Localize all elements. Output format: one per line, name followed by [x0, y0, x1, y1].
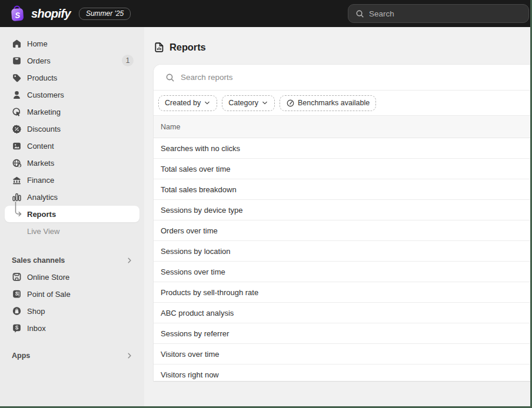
- customers-icon: [12, 90, 22, 100]
- chevron-right-icon: [125, 352, 134, 360]
- shopify-bag-icon: S: [9, 5, 25, 22]
- sidebar-item-label: Discounts: [27, 125, 61, 133]
- table-row[interactable]: Searches with no clicks: [154, 138, 532, 159]
- report-name: Orders over time: [161, 226, 218, 235]
- table-row[interactable]: Sessions by device type: [154, 200, 532, 220]
- orders-icon: [12, 56, 22, 66]
- point-of-sale-icon: [12, 289, 22, 299]
- sidebar-item-marketing[interactable]: Marketing: [5, 103, 139, 120]
- content-icon: [12, 141, 22, 151]
- chevron-down-icon: [204, 99, 211, 106]
- table-row[interactable]: Sessions over time: [154, 262, 532, 282]
- shopify-wordmark: shopify: [31, 7, 71, 21]
- filter-bar: Created byCategoryBenchmarks available: [154, 91, 532, 116]
- marketing-icon: [12, 107, 22, 117]
- global-search-placeholder: Search: [369, 9, 394, 18]
- sidebar-item-point-of-sale[interactable]: Point of Sale: [5, 286, 139, 302]
- section-header-apps[interactable]: Apps: [5, 347, 139, 364]
- table-row[interactable]: Sessions by location: [154, 241, 532, 262]
- table-row[interactable]: Products by sell-through rate: [154, 282, 532, 303]
- sidebar-item-label: Customers: [27, 91, 64, 99]
- sidebar-item-label: Home: [27, 39, 48, 48]
- sidebar-item-analytics[interactable]: Analytics: [5, 189, 139, 205]
- table-row[interactable]: ABC product analysis: [154, 303, 532, 323]
- shopify-logo[interactable]: S shopify: [9, 5, 71, 22]
- report-name: Total sales breakdown: [161, 185, 237, 194]
- chevron-down-icon: [261, 99, 268, 106]
- sidebar-item-label: Finance: [27, 176, 54, 185]
- search-icon: [165, 73, 175, 82]
- analytics-icon: [12, 192, 22, 202]
- sidebar-item-customers[interactable]: Customers: [5, 86, 139, 103]
- sidebar-item-discounts[interactable]: Discounts: [5, 121, 139, 137]
- table-row[interactable]: Total sales breakdown: [154, 179, 532, 200]
- sidebar-item-finance[interactable]: Finance: [5, 172, 139, 188]
- global-search-input[interactable]: Search: [348, 4, 529, 23]
- sidebar-item-online-store[interactable]: Online Store: [5, 269, 139, 285]
- sidebar-item-orders[interactable]: Orders1: [5, 52, 139, 69]
- products-icon: [12, 73, 22, 83]
- chevron-right-icon: [125, 256, 134, 265]
- sidebar-item-home[interactable]: Home: [5, 35, 139, 52]
- report-name: Products by sell-through rate: [161, 288, 258, 297]
- sidebar-item-inbox[interactable]: Inbox: [5, 320, 139, 336]
- sidebar-item-shop[interactable]: Shop: [5, 303, 139, 319]
- search-icon: [355, 9, 364, 18]
- filter-benchmarks-available[interactable]: Benchmarks available: [280, 95, 376, 111]
- report-name: Sessions by device type: [161, 206, 242, 215]
- reports-card: Search reports Created byCategoryBenchma…: [154, 65, 532, 381]
- report-name: ABC product analysis: [161, 309, 234, 317]
- markets-icon: [12, 158, 22, 168]
- sidebar-item-label: Point of Sale: [27, 290, 71, 299]
- sidebar: HomeOrders1ProductsCustomersMarketingDis…: [0, 27, 144, 408]
- sidebar-item-label: Inbox: [27, 324, 46, 333]
- table-row[interactable]: Orders over time: [154, 220, 532, 241]
- sidebar-item-reports[interactable]: Reports: [5, 206, 139, 222]
- sidebar-item-label: Online Store: [27, 273, 69, 282]
- table-header: Name: [154, 116, 532, 138]
- page-title: Reports: [169, 42, 206, 53]
- top-bar: S shopify Summer '25 Search: [0, 0, 532, 27]
- shop-icon: [12, 306, 22, 316]
- report-name: Sessions by referrer: [161, 329, 229, 338]
- sidebar-item-markets[interactable]: Markets: [5, 155, 139, 171]
- svg-text:S: S: [15, 11, 21, 20]
- report-name: Visitors right now: [161, 370, 219, 379]
- report-name: Searches with no clicks: [161, 144, 240, 153]
- search-reports-placeholder: Search reports: [181, 73, 233, 82]
- orders-count-badge: 1: [122, 55, 134, 66]
- filter-created-by[interactable]: Created by: [158, 95, 217, 111]
- table-row[interactable]: Sessions by referrer: [154, 323, 532, 344]
- table-row[interactable]: Visitors over time: [154, 344, 532, 364]
- filter-label: Benchmarks available: [298, 99, 370, 107]
- sidebar-item-label: Markets: [27, 159, 54, 168]
- page-header: Reports: [154, 38, 532, 56]
- table-row[interactable]: Total sales over time: [154, 159, 532, 179]
- sidebar-item-label: Marketing: [27, 108, 61, 116]
- version-badge[interactable]: Summer '25: [79, 8, 131, 20]
- finance-icon: [12, 175, 22, 185]
- reports-doc-icon: [154, 42, 165, 53]
- section-label: Apps: [12, 352, 30, 360]
- gauge-icon: [286, 99, 295, 108]
- reports-table: Searches with no clicksTotal sales over …: [154, 138, 532, 381]
- sidebar-item-label: Products: [27, 73, 57, 82]
- discounts-icon: [12, 124, 22, 134]
- online-store-icon: [12, 272, 22, 282]
- search-reports-input[interactable]: Search reports: [154, 65, 532, 91]
- main-content: Reports Search reports Created byCategor…: [144, 27, 532, 408]
- sidebar-item-products[interactable]: Products: [5, 69, 139, 86]
- column-header-name: Name: [161, 123, 180, 131]
- sidebar-nav: HomeOrders1ProductsCustomersMarketingDis…: [5, 35, 139, 239]
- filter-category[interactable]: Category: [222, 95, 275, 111]
- sidebar-item-label: Orders: [27, 56, 51, 65]
- table-row[interactable]: Visitors right now: [154, 364, 532, 381]
- sidebar-item-content[interactable]: Content: [5, 138, 139, 154]
- section-label: Sales channels: [12, 256, 65, 265]
- sidebar-item-live-view[interactable]: Live View: [5, 223, 139, 239]
- section-header-sales-channels[interactable]: Sales channels: [5, 252, 139, 269]
- report-name: Sessions over time: [161, 267, 225, 276]
- filter-label: Created by: [165, 99, 201, 107]
- sidebar-item-label: Live View: [27, 227, 59, 236]
- report-name: Sessions by location: [161, 247, 231, 256]
